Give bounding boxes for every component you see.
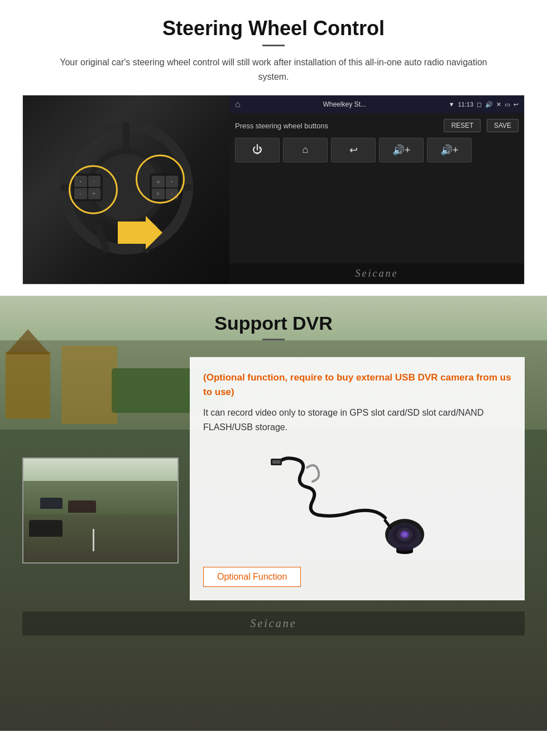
camera-svg: [262, 445, 452, 557]
title-divider: [262, 45, 285, 46]
back-icon: ↩: [514, 101, 519, 108]
wb7: ≡: [152, 189, 165, 200]
wheel-right-buttons: ⊙ + ≡ −: [150, 174, 180, 201]
dvr-camera-illustration: [203, 445, 511, 557]
home-ctrl-btn[interactable]: ⌂: [283, 138, 328, 162]
svg-rect-1: [272, 460, 280, 464]
vol-up2-ctrl-btn[interactable]: 🔊+: [427, 138, 472, 162]
steering-section: Steering Wheel Control Your original car…: [0, 0, 547, 296]
wb3: −: [74, 188, 87, 200]
vol-up-ctrl-btn[interactable]: 🔊+: [379, 138, 424, 162]
wb6: +: [166, 176, 179, 187]
steering-image-container: + ↑ − ↵ ⊙ + ≡ −: [22, 95, 525, 285]
car2: [68, 500, 96, 513]
svg-point-8: [388, 523, 421, 551]
android-content: Press steering wheel buttons RESET SAVE …: [229, 113, 524, 263]
dvr-title: Support DVR: [22, 312, 525, 334]
android-screen: ⌂ Wheelkey St... ▼ 11:13 ◻ 🔊 ✕ ▭ ↩ Press…: [229, 95, 524, 284]
wheel-left-buttons: + ↑ − ↵: [72, 174, 103, 201]
dashcam-screenshot: [22, 458, 179, 564]
save-button[interactable]: SAVE: [487, 119, 519, 132]
screen-icon: ▭: [505, 101, 510, 108]
wb4: ↵: [88, 188, 101, 200]
dvr-divider: [262, 339, 285, 340]
dvr-section-inner: Support DVR (Optional function, require …: [0, 296, 547, 652]
volume-icon: 🔊: [485, 101, 493, 108]
wb5: ⊙: [152, 176, 165, 187]
wb8: −: [166, 189, 179, 200]
press-label: Press steering wheel buttons: [235, 122, 328, 130]
home-icon: ⌂: [235, 99, 241, 109]
optional-function-button[interactable]: Optional Function: [203, 567, 301, 587]
seicane-watermark: Seicane: [229, 263, 524, 284]
status-icons: ▼ 11:13 ◻ 🔊 ✕ ▭ ↩: [449, 101, 519, 108]
control-buttons: RESET SAVE: [444, 119, 519, 132]
wb2: ↑: [88, 176, 101, 187]
power-ctrl-btn[interactable]: ⏻: [235, 138, 280, 162]
camera-icon: ◻: [477, 101, 482, 108]
svg-marker-0: [118, 216, 162, 249]
reset-button[interactable]: RESET: [444, 119, 481, 132]
dvr-seicane-watermark: Seicane: [22, 611, 525, 635]
dvr-optional-text: (Optional function, require to buy exter…: [203, 370, 511, 399]
wifi-icon: ▼: [449, 101, 455, 108]
dvr-seicane-brand: Seicane: [250, 617, 296, 629]
dvr-info-card: (Optional function, require to buy exter…: [190, 357, 525, 600]
yellow-arrow-indicator: [118, 216, 162, 252]
dvr-content-row: (Optional function, require to buy exter…: [22, 357, 525, 600]
steering-title: Steering Wheel Control: [22, 17, 525, 40]
close-icon: ✕: [496, 101, 501, 108]
app-name-label: Wheelkey St...: [244, 100, 445, 108]
control-buttons-grid: ⏻ ⌂ ↩ 🔊+ 🔊+: [235, 138, 519, 162]
seicane-brand: Seicane: [356, 268, 399, 279]
road-marking: [93, 529, 94, 551]
steering-description: Your original car's steering wheel contr…: [56, 55, 491, 84]
time-display: 11:13: [458, 101, 473, 108]
dvr-description: It can record video only to storage in G…: [203, 406, 511, 434]
dvr-section: Support DVR (Optional function, require …: [0, 296, 547, 731]
back-ctrl-btn[interactable]: ↩: [331, 138, 376, 162]
wb1: +: [74, 176, 87, 187]
android-topbar: ⌂ Wheelkey St... ▼ 11:13 ◻ 🔊 ✕ ▭ ↩: [229, 95, 524, 113]
car1: [40, 498, 63, 509]
suv1: [29, 520, 63, 537]
press-label-row: Press steering wheel buttons RESET SAVE: [235, 119, 519, 132]
steering-wheel-photo: + ↑ − ↵ ⊙ + ≡ −: [23, 95, 229, 285]
